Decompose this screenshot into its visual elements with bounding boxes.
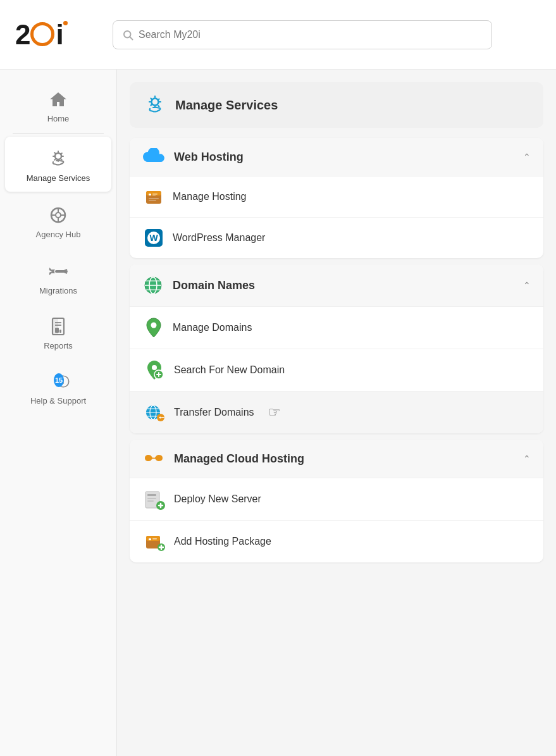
sidebar-item-manage-services-label: Manage Services xyxy=(27,173,90,184)
cursor-pointer: ☞ xyxy=(268,404,281,421)
svg-rect-61 xyxy=(149,538,151,540)
deploy-new-server-label: Deploy New Server xyxy=(174,493,261,505)
sidebar-item-reports-label: Reports xyxy=(44,341,73,350)
agency-hub-icon xyxy=(46,203,70,227)
svg-rect-18 xyxy=(55,328,59,333)
svg-rect-24 xyxy=(146,191,161,195)
web-hosting-header-left: Web Hosting xyxy=(142,148,244,166)
logo-text-i: i xyxy=(56,19,62,51)
search-new-domain-label: Search For New Domain xyxy=(174,364,285,376)
sidebar: Home Manage Services xyxy=(0,70,117,756)
logo-dot xyxy=(63,21,68,25)
manage-hosting-icon xyxy=(144,187,164,207)
manage-services-header: Manage Services xyxy=(130,82,543,128)
wordpress-manager-item[interactable]: W WordPress Manager xyxy=(130,217,543,258)
logo[interactable]: 2 i xyxy=(15,19,97,51)
help-support-icon: 15 i xyxy=(46,369,70,393)
deploy-new-server-icon xyxy=(144,488,165,510)
domain-names-icon xyxy=(142,275,164,296)
manage-services-header-icon xyxy=(144,94,166,116)
svg-rect-19 xyxy=(59,330,61,333)
reports-icon xyxy=(46,314,70,338)
svg-rect-25 xyxy=(149,194,151,195)
svg-rect-55 xyxy=(147,500,154,502)
svg-rect-28 xyxy=(149,198,159,199)
sidebar-item-migrations[interactable]: Migrations xyxy=(5,249,111,303)
logo-circle xyxy=(30,22,54,46)
domain-names-header-left: Domain Names xyxy=(142,275,255,296)
sidebar-item-migrations-label: Migrations xyxy=(39,286,77,295)
svg-rect-27 xyxy=(152,195,156,196)
sidebar-item-help-support[interactable]: 15 i Help & Support xyxy=(5,359,111,414)
svg-rect-29 xyxy=(149,200,156,201)
wordpress-manager-label: WordPress Manager xyxy=(173,232,265,244)
help-badge: 15 xyxy=(54,373,64,387)
manage-domains-label: Manage Domains xyxy=(173,322,252,333)
logo-text-2: 2 xyxy=(15,19,29,51)
sidebar-item-home-label: Home xyxy=(47,114,70,123)
managed-cloud-hosting-header-left: Managed Cloud Hosting xyxy=(142,450,304,468)
domain-names-chevron: ⌃ xyxy=(523,280,531,290)
web-hosting-label: Web Hosting xyxy=(174,151,244,164)
add-hosting-package-item[interactable]: Add Hosting Package xyxy=(130,520,543,562)
sidebar-item-help-support-label: Help & Support xyxy=(30,396,86,407)
sidebar-divider xyxy=(13,133,104,134)
domain-names-label: Domain Names xyxy=(173,279,255,292)
svg-text:W: W xyxy=(149,233,158,243)
transfer-domains-label: Transfer Domains xyxy=(174,407,254,418)
managed-cloud-hosting-header[interactable]: Managed Cloud Hosting ⌃ xyxy=(130,440,543,478)
sidebar-item-home[interactable]: Home xyxy=(5,77,111,131)
domain-names-header[interactable]: Domain Names ⌃ xyxy=(130,264,543,306)
header: 2 i xyxy=(0,0,556,70)
transfer-domains-item[interactable]: Transfer Domains ☞ xyxy=(130,391,543,433)
search-bar[interactable] xyxy=(113,20,492,49)
deploy-new-server-item[interactable]: Deploy New Server xyxy=(130,478,543,520)
svg-point-39 xyxy=(151,323,157,328)
home-icon xyxy=(46,87,70,111)
wordpress-manager-icon: W xyxy=(144,228,164,248)
manage-services-icon xyxy=(46,147,70,171)
manage-domains-item[interactable]: Manage Domains xyxy=(130,306,543,349)
manage-hosting-item[interactable]: Manage Hosting xyxy=(130,176,543,217)
sidebar-item-reports[interactable]: Reports xyxy=(5,304,111,358)
add-hosting-package-label: Add Hosting Package xyxy=(174,536,271,547)
body-layout: Home Manage Services xyxy=(0,70,556,756)
web-hosting-header[interactable]: Web Hosting ⌃ xyxy=(130,138,543,176)
search-icon xyxy=(122,29,133,40)
main-content: Manage Services Web Hosting ⌃ xyxy=(117,70,556,756)
domain-names-section: Domain Names ⌃ Manage Domains xyxy=(130,264,543,433)
managed-cloud-hosting-section: Managed Cloud Hosting ⌃ xyxy=(130,440,543,562)
sidebar-item-manage-services[interactable]: Manage Services xyxy=(5,137,111,192)
add-hosting-package-icon xyxy=(144,531,165,552)
search-new-domain-icon xyxy=(144,359,165,381)
transfer-domains-icon xyxy=(144,402,165,423)
svg-rect-53 xyxy=(147,494,156,496)
svg-rect-54 xyxy=(147,498,156,499)
svg-rect-26 xyxy=(152,194,158,195)
svg-point-22 xyxy=(152,99,159,106)
search-new-domain-item[interactable]: Search For New Domain xyxy=(130,349,543,391)
search-input[interactable] xyxy=(139,29,483,40)
manage-services-title: Manage Services xyxy=(175,98,278,113)
sidebar-item-agency-hub[interactable]: Agency Hub xyxy=(5,193,111,248)
managed-cloud-hosting-icon xyxy=(142,450,165,468)
svg-line-1 xyxy=(130,37,132,39)
migrations-icon xyxy=(46,259,70,283)
svg-point-4 xyxy=(56,213,61,218)
sidebar-item-agency-hub-label: Agency Hub xyxy=(36,230,81,240)
manage-domains-icon xyxy=(144,317,164,338)
manage-hosting-label: Manage Hosting xyxy=(173,191,247,202)
managed-cloud-hosting-label: Managed Cloud Hosting xyxy=(174,452,304,466)
web-hosting-chevron: ⌃ xyxy=(523,152,531,162)
svg-point-40 xyxy=(152,365,157,370)
svg-rect-62 xyxy=(152,538,157,540)
web-hosting-section: Web Hosting ⌃ Manage H xyxy=(130,138,543,258)
managed-cloud-hosting-chevron: ⌃ xyxy=(523,454,531,464)
web-hosting-icon xyxy=(142,148,165,166)
